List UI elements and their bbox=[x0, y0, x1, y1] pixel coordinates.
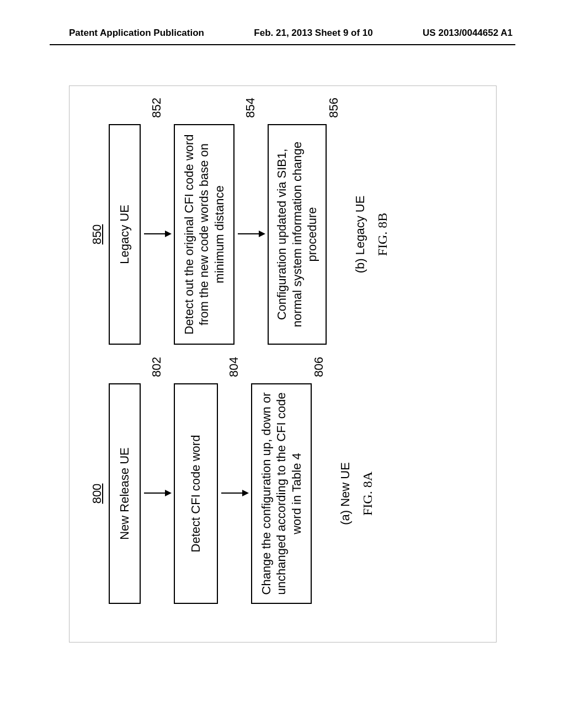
box-label: New Release UE bbox=[117, 447, 132, 540]
ref-854: 854 bbox=[243, 98, 258, 118]
box-label: Legacy UE bbox=[117, 205, 132, 264]
page-header: Patent Application Publication Feb. 21, … bbox=[0, 28, 565, 39]
ref-806: 806 bbox=[312, 357, 326, 377]
rotated-content: 800 New Release UE 802 Detect CFI code w… bbox=[79, 124, 487, 604]
box-label: Detect out the original CFI code word fr… bbox=[181, 133, 227, 336]
header-rule bbox=[50, 44, 515, 45]
box-label: Detect CFI code word bbox=[188, 435, 204, 553]
arrow-1-left: 802 bbox=[141, 383, 174, 604]
header-center: Feb. 21, 2013 Sheet 9 of 10 bbox=[254, 28, 372, 39]
arrow-2-left: 804 bbox=[218, 383, 251, 604]
flowchart-new-ue: 800 New Release UE 802 Detect CFI code w… bbox=[90, 383, 487, 604]
box-new-release-ue: New Release UE bbox=[109, 383, 141, 604]
ref-852: 852 bbox=[150, 98, 164, 118]
flowchart-legacy-ue: 850 Legacy UE 852 Detect out the origina… bbox=[90, 124, 487, 345]
box-label: Change the configuration up, down or unc… bbox=[258, 392, 304, 595]
box-legacy-ue: Legacy UE bbox=[109, 124, 141, 345]
drawing-frame: 800 New Release UE 802 Detect CFI code w… bbox=[69, 85, 497, 643]
header-right: US 2013/0044652 A1 bbox=[423, 28, 513, 39]
fig-8a-label: FIG. 8A bbox=[360, 472, 375, 516]
ref-800: 800 bbox=[90, 484, 104, 504]
ref-850: 850 bbox=[90, 224, 104, 245]
caption-b-legacy-ue: (b) Legacy UE bbox=[353, 196, 367, 274]
arrow-2-right: 854 bbox=[234, 124, 268, 345]
box-change-config: Change the configuration up, down or unc… bbox=[251, 383, 312, 604]
box-config-sib1: Configuration updated via SIB1, normal s… bbox=[268, 124, 327, 345]
box-detect-original-cfi: Detect out the original CFI code word fr… bbox=[174, 124, 234, 345]
fig-8b-label: FIG. 8B bbox=[375, 213, 390, 256]
ref-804: 804 bbox=[227, 357, 241, 377]
ref-row-right: 856 bbox=[326, 124, 343, 345]
box-label: Configuration updated via SIB1, normal s… bbox=[274, 133, 320, 336]
ref-802: 802 bbox=[150, 357, 164, 377]
ref-row-left: 806 bbox=[312, 383, 328, 604]
ref-856: 856 bbox=[326, 98, 340, 118]
box-detect-cfi: Detect CFI code word bbox=[174, 383, 218, 604]
header-left: Patent Application Publication bbox=[69, 28, 204, 39]
caption-a-new-ue: (a) New UE bbox=[338, 462, 353, 525]
arrow-1-right: 852 bbox=[141, 124, 174, 345]
